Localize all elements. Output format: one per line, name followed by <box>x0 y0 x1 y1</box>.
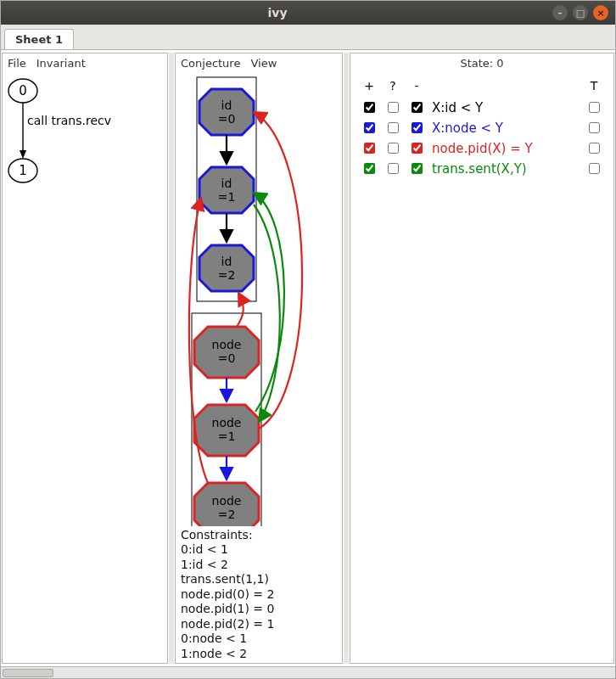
state-0-label: 0 <box>19 83 27 98</box>
relation-label-0: X:id < Y <box>428 100 581 115</box>
svg-text:node: node <box>212 338 242 351</box>
state-label: State: 0 <box>460 57 503 70</box>
window-title: ivy <box>8 6 547 20</box>
edge-0-1-label: call trans.recv <box>27 114 111 127</box>
cb-minus-3[interactable] <box>412 163 423 174</box>
svg-text:id: id <box>221 177 232 190</box>
window-titlebar: ivy – □ × <box>1 1 615 25</box>
head-minus: - <box>405 79 428 93</box>
cb-T-0[interactable] <box>589 102 600 113</box>
cb-T-1[interactable] <box>589 122 600 133</box>
cb-plus-0[interactable] <box>364 102 375 113</box>
cb-plus-3[interactable] <box>364 163 375 174</box>
horizontal-scrollbar[interactable] <box>1 666 615 678</box>
cb-minus-0[interactable] <box>412 102 423 113</box>
panel-middle: Conjecture View <box>175 53 343 664</box>
relation-row-2: node.pid(X) = Y <box>357 138 607 159</box>
constraint-2: trans.sent(1,1) <box>181 572 337 587</box>
cb-plus-1[interactable] <box>364 122 375 133</box>
cb-T-2[interactable] <box>589 143 600 154</box>
constraint-3: node.pid(0) = 2 <box>181 587 337 603</box>
left-menubar: File Invariant <box>3 53 167 72</box>
node-1-node[interactable]: node =1 <box>194 405 259 456</box>
node-2-node[interactable]: node =2 <box>194 483 259 526</box>
head-q: ? <box>381 79 405 93</box>
svg-text:=2: =2 <box>218 508 236 521</box>
cb-q-1[interactable] <box>388 122 399 133</box>
head-T: T <box>581 79 607 93</box>
mid-content: id =0 id =1 id =2 node =0 <box>176 72 342 663</box>
tab-sheet1[interactable]: Sheet 1 <box>4 29 74 49</box>
menu-conjecture[interactable]: Conjecture <box>181 57 240 70</box>
constraint-0: 0:id < 1 <box>181 542 337 558</box>
relation-row-0: X:id < Y <box>357 98 607 118</box>
svg-text:node: node <box>212 416 242 429</box>
cb-plus-2[interactable] <box>364 143 375 154</box>
right-menubar: State: 0 <box>350 53 613 72</box>
cb-q-3[interactable] <box>388 163 399 174</box>
menu-invariant[interactable]: Invariant <box>36 57 86 70</box>
id-1-node[interactable]: id =1 <box>199 167 254 213</box>
minimize-icon[interactable]: – <box>552 5 568 20</box>
node-0-node[interactable]: node =0 <box>194 327 259 378</box>
svg-text:=1: =1 <box>218 190 236 204</box>
head-plus: + <box>357 79 381 93</box>
edge-node0-id2 <box>237 293 244 327</box>
cb-minus-2[interactable] <box>412 143 423 154</box>
svg-text:=1: =1 <box>218 429 236 443</box>
middle-menubar: Conjecture View <box>176 53 342 72</box>
id-2-node[interactable]: id =2 <box>199 245 254 291</box>
relations-box: + ? - T X:id < YX:node < Ynode.pid(X) = … <box>350 72 613 184</box>
workarea: File Invariant 0 call trans.recv 1 Conje… <box>1 50 615 666</box>
maximize-icon[interactable]: □ <box>573 5 588 20</box>
svg-text:=0: =0 <box>218 351 236 365</box>
svg-text:node: node <box>212 494 242 508</box>
splitter-1[interactable] <box>169 53 174 664</box>
constraint-6: 0:node < 1 <box>181 631 337 647</box>
constraint-4: node.pid(1) = 0 <box>181 602 337 617</box>
state-1-label: 1 <box>19 163 27 178</box>
panel-right: State: 0 + ? - T X:id < YX:node < Ynode.… <box>350 53 614 664</box>
cb-q-0[interactable] <box>388 102 399 113</box>
scrollbar-thumb[interactable] <box>3 669 53 677</box>
constraints-block: Constraints: 0:id < 1 1:id < 2 trans.sen… <box>177 526 340 664</box>
cb-q-2[interactable] <box>388 143 399 154</box>
id-0-node[interactable]: id =0 <box>199 89 254 135</box>
tab-strip: Sheet 1 <box>1 25 615 50</box>
svg-text:=2: =2 <box>218 268 236 282</box>
splitter-2[interactable] <box>344 53 349 664</box>
relation-label-1: X:node < Y <box>428 121 581 136</box>
constraint-5: node.pid(2) = 1 <box>181 617 337 632</box>
svg-text:id: id <box>221 255 232 268</box>
cb-T-3[interactable] <box>589 163 600 174</box>
relation-row-1: X:node < Y <box>357 118 607 138</box>
svg-text:=0: =0 <box>218 112 236 126</box>
panel-left: File Invariant 0 call trans.recv 1 <box>2 53 168 664</box>
cb-minus-1[interactable] <box>412 122 423 133</box>
constraint-7: 1:node < 2 <box>181 647 337 662</box>
left-graph: 0 call trans.recv 1 <box>3 72 167 234</box>
relation-label-3: trans.sent(X,Y) <box>428 161 581 177</box>
close-icon[interactable]: × <box>593 5 608 20</box>
model-graph: id =0 id =1 id =2 node =0 <box>177 72 343 526</box>
constraints-header: Constraints: <box>181 528 337 543</box>
col-headers: + ? - T <box>357 77 607 98</box>
menu-file[interactable]: File <box>8 57 26 70</box>
svg-text:id: id <box>221 98 232 112</box>
relation-label-2: node.pid(X) = Y <box>428 141 581 156</box>
menu-view[interactable]: View <box>250 57 277 70</box>
relation-row-3: trans.sent(X,Y) <box>357 159 607 179</box>
arrowhead-icon <box>20 150 26 159</box>
constraint-1: 1:id < 2 <box>181 558 337 573</box>
